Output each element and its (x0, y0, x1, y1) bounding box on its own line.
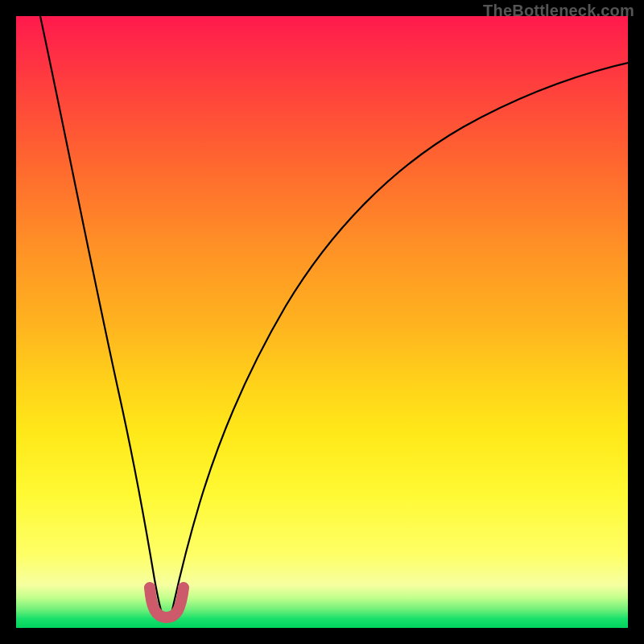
curves-layer (16, 16, 628, 628)
plot-area (16, 16, 628, 628)
chart-frame: TheBottleneck.com (0, 0, 644, 644)
curve-left-branch (40, 16, 162, 613)
curve-right-branch (171, 63, 628, 613)
trough-u-marker (150, 588, 184, 617)
